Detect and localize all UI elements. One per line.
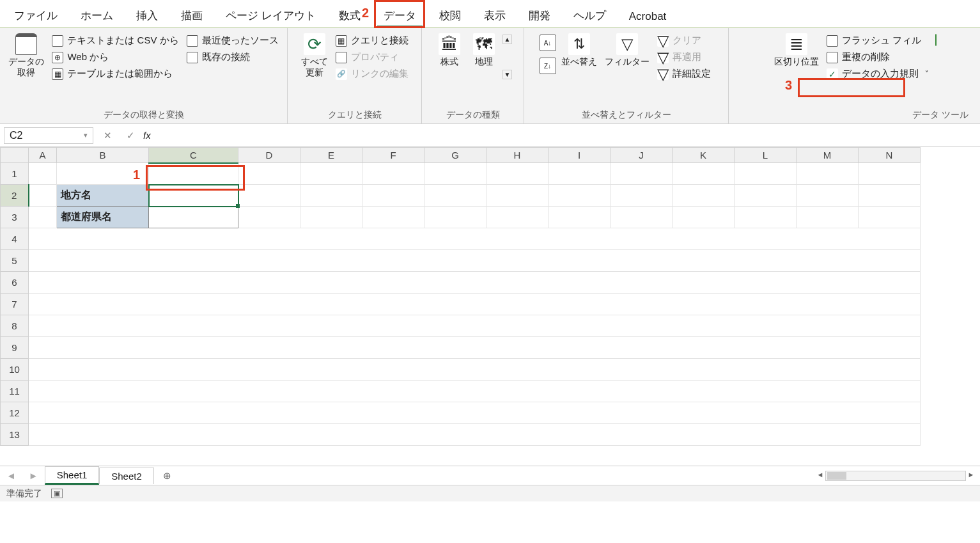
data-validation-button[interactable]: データの入力規則˅ bbox=[824, 67, 931, 81]
tab-home[interactable]: ホーム bbox=[69, 3, 125, 27]
cell-N1[interactable] bbox=[859, 163, 921, 185]
col-header-I[interactable]: I bbox=[548, 148, 611, 163]
cell-N3[interactable] bbox=[859, 207, 921, 228]
from-csv-button[interactable]: テキストまたは CSV から bbox=[49, 33, 181, 48]
clear-filter-button[interactable]: クリア bbox=[655, 33, 713, 48]
cell-row6[interactable] bbox=[29, 272, 921, 294]
row-header-11[interactable]: 11 bbox=[1, 381, 29, 402]
col-header-F[interactable]: F bbox=[362, 148, 424, 163]
cell-M2[interactable] bbox=[797, 185, 859, 207]
existing-conn-button[interactable]: 既存の接続 bbox=[184, 50, 281, 65]
queries-button[interactable]: クエリと接続 bbox=[333, 33, 411, 48]
horizontal-scrollbar[interactable]: ◄ ► bbox=[180, 471, 980, 481]
sheet-tab-1[interactable]: Sheet1 bbox=[45, 466, 100, 485]
col-header-C[interactable]: C bbox=[149, 148, 238, 163]
geography-button[interactable]: 地理 bbox=[468, 31, 500, 67]
cell-J2[interactable] bbox=[611, 185, 673, 207]
datatype-up-button[interactable]: ▲ bbox=[502, 35, 513, 44]
col-header-K[interactable]: K bbox=[673, 148, 735, 163]
refresh-all-button[interactable]: すべて 更新 bbox=[299, 31, 331, 78]
row-header-4[interactable]: 4 bbox=[1, 228, 29, 250]
macro-record-icon[interactable]: ▣ bbox=[51, 489, 63, 498]
cell-row8[interactable] bbox=[29, 315, 921, 337]
cell-K1[interactable] bbox=[673, 163, 735, 185]
sort-asc-button[interactable] bbox=[540, 35, 556, 51]
cell-row13[interactable] bbox=[29, 424, 921, 446]
sort-desc-button[interactable] bbox=[540, 58, 556, 74]
cell-L1[interactable] bbox=[735, 163, 797, 185]
reapply-button[interactable]: 再適用 bbox=[655, 50, 713, 65]
cell-E2[interactable] bbox=[300, 185, 362, 207]
row-header-1[interactable]: 1 bbox=[1, 163, 29, 185]
cell-H1[interactable] bbox=[486, 163, 548, 185]
row-header-10[interactable]: 10 bbox=[1, 359, 29, 381]
flash-fill-button[interactable]: フラッシュ フィル bbox=[824, 33, 931, 48]
cell-J1[interactable] bbox=[611, 163, 673, 185]
cell-L3[interactable] bbox=[735, 207, 797, 228]
cell-M3[interactable] bbox=[797, 207, 859, 228]
cell-C1[interactable] bbox=[149, 163, 238, 185]
enter-formula-button[interactable]: ✓ bbox=[119, 130, 142, 141]
col-header-N[interactable]: N bbox=[859, 148, 921, 163]
cell-G1[interactable] bbox=[424, 163, 486, 185]
row-header-7[interactable]: 7 bbox=[1, 294, 29, 315]
col-header-A[interactable]: A bbox=[29, 148, 57, 163]
from-table-button[interactable]: テーブルまたは範囲から bbox=[49, 67, 181, 81]
from-web-button[interactable]: Web から bbox=[49, 50, 181, 65]
cell-row11[interactable] bbox=[29, 381, 921, 402]
cell-D1[interactable] bbox=[238, 163, 300, 185]
tab-insert[interactable]: 挿入 bbox=[125, 3, 169, 27]
row-header-12[interactable]: 12 bbox=[1, 402, 29, 424]
cell-F3[interactable] bbox=[362, 207, 424, 228]
cell-H2[interactable] bbox=[486, 185, 548, 207]
stocks-button[interactable]: 株式 bbox=[433, 31, 465, 67]
advanced-filter-button[interactable]: 詳細設定 bbox=[655, 67, 713, 81]
cell-L2[interactable] bbox=[735, 185, 797, 207]
cell-B1[interactable] bbox=[57, 163, 149, 185]
cell-D2[interactable] bbox=[238, 185, 300, 207]
cell-K2[interactable] bbox=[673, 185, 735, 207]
col-header-D[interactable]: D bbox=[238, 148, 300, 163]
add-sheet-button[interactable]: ⊕ bbox=[154, 470, 180, 482]
cell-I3[interactable] bbox=[548, 207, 611, 228]
col-header-J[interactable]: J bbox=[611, 148, 673, 163]
cell-row5[interactable] bbox=[29, 250, 921, 272]
col-header-L[interactable]: L bbox=[735, 148, 797, 163]
fx-icon[interactable]: fx bbox=[142, 130, 152, 141]
consolidate-button[interactable] bbox=[934, 31, 938, 49]
cell-A2[interactable] bbox=[29, 185, 57, 207]
cell-C2[interactable] bbox=[149, 185, 238, 207]
col-header-E[interactable]: E bbox=[300, 148, 362, 163]
tab-review[interactable]: 校閲 bbox=[428, 3, 472, 27]
cell-row10[interactable] bbox=[29, 359, 921, 381]
col-header-G[interactable]: G bbox=[424, 148, 486, 163]
col-header-B[interactable]: B bbox=[57, 148, 149, 163]
cell-M1[interactable] bbox=[797, 163, 859, 185]
tab-layout[interactable]: ページ レイアウト bbox=[214, 3, 327, 27]
tab-acrobat[interactable]: Acrobat bbox=[618, 5, 678, 27]
cell-row12[interactable] bbox=[29, 402, 921, 424]
datatype-down-button[interactable]: ▼ bbox=[502, 70, 513, 79]
cell-N2[interactable] bbox=[859, 185, 921, 207]
scroll-right-button[interactable]: ► bbox=[966, 471, 976, 481]
edit-links-button[interactable]: リンクの編集 bbox=[333, 67, 411, 81]
cell-A1[interactable] bbox=[29, 163, 57, 185]
row-header-2[interactable]: 2 bbox=[1, 185, 29, 207]
cell-row7[interactable] bbox=[29, 294, 921, 315]
row-header-5[interactable]: 5 bbox=[1, 250, 29, 272]
properties-button[interactable]: プロパティ bbox=[333, 50, 411, 65]
cell-I2[interactable] bbox=[548, 185, 611, 207]
row-header-3[interactable]: 3 bbox=[1, 207, 29, 228]
scroll-left-button[interactable]: ◄ bbox=[815, 471, 825, 481]
filter-button[interactable]: フィルター bbox=[602, 31, 652, 67]
formula-input[interactable] bbox=[152, 130, 980, 141]
cell-D3[interactable] bbox=[238, 207, 300, 228]
cell-C3[interactable] bbox=[149, 207, 238, 228]
cancel-formula-button[interactable]: ✕ bbox=[96, 130, 119, 141]
row-header-6[interactable]: 6 bbox=[1, 272, 29, 294]
tab-help[interactable]: ヘルプ bbox=[562, 3, 618, 27]
scroll-track[interactable] bbox=[825, 471, 966, 481]
row-header-8[interactable]: 8 bbox=[1, 315, 29, 337]
cell-B2[interactable]: 地方名 bbox=[57, 185, 149, 207]
tab-draw[interactable]: 描画 bbox=[169, 3, 214, 27]
